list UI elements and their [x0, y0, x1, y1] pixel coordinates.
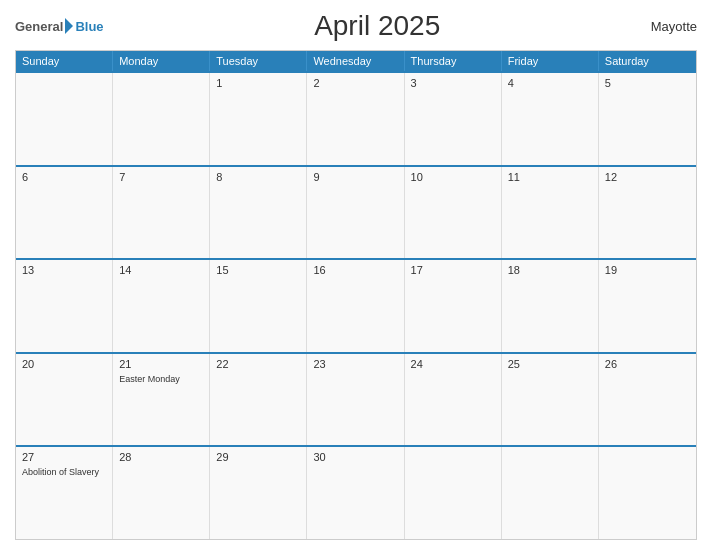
calendar-cell [502, 447, 599, 539]
cell-day-number: 17 [411, 264, 495, 276]
cell-day-number: 10 [411, 171, 495, 183]
cell-day-number: 2 [313, 77, 397, 89]
calendar-cell: 5 [599, 73, 696, 165]
week-row-2: 13141516171819 [16, 258, 696, 352]
cell-day-number: 25 [508, 358, 592, 370]
calendar-cell: 4 [502, 73, 599, 165]
calendar-cell: 24 [405, 354, 502, 446]
cell-day-number: 7 [119, 171, 203, 183]
calendar-cell: 28 [113, 447, 210, 539]
cell-day-number: 27 [22, 451, 106, 463]
calendar-cell: 22 [210, 354, 307, 446]
days-header-row: SundayMondayTuesdayWednesdayThursdayFrid… [16, 51, 696, 71]
week-row-0: 12345 [16, 71, 696, 165]
cell-day-number: 6 [22, 171, 106, 183]
weeks-container: 123456789101112131415161718192021Easter … [16, 71, 696, 539]
day-header-saturday: Saturday [599, 51, 696, 71]
day-header-friday: Friday [502, 51, 599, 71]
calendar-cell: 30 [307, 447, 404, 539]
calendar-cell: 26 [599, 354, 696, 446]
calendar-cell: 27Abolition of Slavery [16, 447, 113, 539]
calendar-cell: 12 [599, 167, 696, 259]
cell-day-number: 11 [508, 171, 592, 183]
calendar-cell [16, 73, 113, 165]
cell-day-number: 4 [508, 77, 592, 89]
cell-day-number: 9 [313, 171, 397, 183]
calendar-cell: 1 [210, 73, 307, 165]
calendar-cell: 19 [599, 260, 696, 352]
week-row-1: 6789101112 [16, 165, 696, 259]
calendar-cell: 11 [502, 167, 599, 259]
calendar-cell: 21Easter Monday [113, 354, 210, 446]
calendar-cell: 9 [307, 167, 404, 259]
cell-day-number: 14 [119, 264, 203, 276]
calendar-cell: 10 [405, 167, 502, 259]
calendar-cell: 29 [210, 447, 307, 539]
logo-blue-text: Blue [75, 19, 103, 34]
calendar-cell: 8 [210, 167, 307, 259]
cell-day-number: 24 [411, 358, 495, 370]
calendar-grid: SundayMondayTuesdayWednesdayThursdayFrid… [15, 50, 697, 540]
calendar-cell [405, 447, 502, 539]
day-header-tuesday: Tuesday [210, 51, 307, 71]
region-label: Mayotte [651, 19, 697, 34]
calendar-cell: 16 [307, 260, 404, 352]
cell-day-number: 29 [216, 451, 300, 463]
cell-day-number: 1 [216, 77, 300, 89]
calendar-cell: 17 [405, 260, 502, 352]
calendar-cell [599, 447, 696, 539]
cell-day-number: 8 [216, 171, 300, 183]
cell-day-number: 19 [605, 264, 690, 276]
calendar-cell: 25 [502, 354, 599, 446]
calendar-cell: 15 [210, 260, 307, 352]
cell-day-number: 13 [22, 264, 106, 276]
cell-day-number: 16 [313, 264, 397, 276]
cell-day-number: 15 [216, 264, 300, 276]
cell-day-number: 26 [605, 358, 690, 370]
cell-day-number: 12 [605, 171, 690, 183]
logo-general-text: General [15, 19, 63, 34]
cell-day-number: 30 [313, 451, 397, 463]
calendar-cell: 23 [307, 354, 404, 446]
calendar-title: April 2025 [104, 10, 651, 42]
cell-day-number: 28 [119, 451, 203, 463]
cell-day-number: 20 [22, 358, 106, 370]
cell-day-number: 23 [313, 358, 397, 370]
logo: General Blue [15, 18, 104, 34]
calendar-cell: 6 [16, 167, 113, 259]
calendar-cell: 7 [113, 167, 210, 259]
cell-day-number: 22 [216, 358, 300, 370]
calendar-cell: 13 [16, 260, 113, 352]
calendar-cell: 2 [307, 73, 404, 165]
week-row-3: 2021Easter Monday2223242526 [16, 352, 696, 446]
logo-triangle-icon [65, 18, 73, 34]
cell-day-number: 5 [605, 77, 690, 89]
cell-day-number: 3 [411, 77, 495, 89]
day-header-thursday: Thursday [405, 51, 502, 71]
day-header-monday: Monday [113, 51, 210, 71]
calendar-page: General Blue April 2025 Mayotte SundayMo… [0, 0, 712, 550]
week-row-4: 27Abolition of Slavery282930 [16, 445, 696, 539]
cell-day-number: 18 [508, 264, 592, 276]
calendar-cell: 14 [113, 260, 210, 352]
cell-day-number: 21 [119, 358, 203, 370]
cell-holiday-label: Abolition of Slavery [22, 467, 106, 479]
header: General Blue April 2025 Mayotte [15, 10, 697, 42]
calendar-cell: 3 [405, 73, 502, 165]
calendar-cell: 18 [502, 260, 599, 352]
cell-holiday-label: Easter Monday [119, 374, 203, 386]
day-header-wednesday: Wednesday [307, 51, 404, 71]
calendar-cell [113, 73, 210, 165]
day-header-sunday: Sunday [16, 51, 113, 71]
calendar-cell: 20 [16, 354, 113, 446]
